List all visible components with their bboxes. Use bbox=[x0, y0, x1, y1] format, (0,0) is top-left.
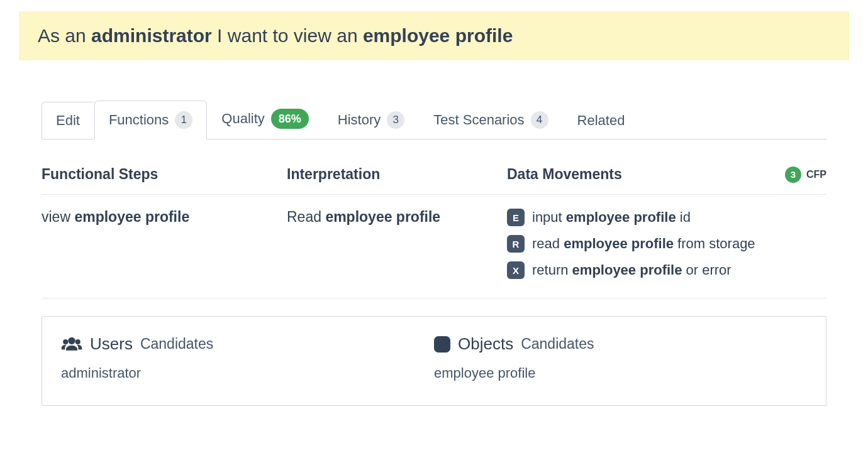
tab-quality-pct: 86% bbox=[271, 109, 309, 129]
tab-functions-label: Functions bbox=[109, 112, 169, 128]
tab-edit-label: Edit bbox=[56, 112, 80, 129]
candidates-panel: Users Candidates administrator Objects C… bbox=[42, 316, 826, 406]
tab-quality[interactable]: Quality 86% bbox=[207, 98, 323, 140]
story-pre: As an bbox=[38, 25, 91, 46]
function-row: view employee profile Read employee prof… bbox=[42, 195, 826, 298]
column-headers: Functional Steps Interpretation Data Mov… bbox=[42, 151, 826, 195]
tab-test-scenarios[interactable]: Test Scenarios 4 bbox=[419, 101, 562, 140]
tab-history-label: History bbox=[338, 112, 381, 128]
tab-history-count: 3 bbox=[387, 111, 404, 129]
story-object: employee profile bbox=[363, 25, 513, 46]
cfp-count: 3 bbox=[785, 167, 801, 183]
tab-related-label: Related bbox=[577, 112, 625, 129]
tab-history[interactable]: History 3 bbox=[323, 101, 419, 140]
objects-value: employee profile bbox=[434, 365, 807, 381]
svg-point-2 bbox=[75, 339, 81, 344]
movement-text: input employee profile id bbox=[532, 209, 691, 226]
story-mid: I want to view an bbox=[212, 25, 363, 46]
tab-functions[interactable]: Functions 1 bbox=[94, 101, 207, 140]
objects-heading: Objects Candidates bbox=[434, 334, 807, 354]
cell-data-movements: E input employee profile id R read emplo… bbox=[507, 209, 826, 279]
users-subtitle: Candidates bbox=[140, 336, 213, 353]
tab-quality-label: Quality bbox=[221, 111, 264, 127]
data-movements-list: E input employee profile id R read emplo… bbox=[507, 209, 826, 279]
users-title: Users bbox=[90, 334, 133, 354]
tab-bar: Edit Functions 1 Quality 86% History 3 T… bbox=[42, 98, 826, 140]
objects-subtitle: Candidates bbox=[521, 336, 594, 353]
data-movement-exit: X return employee profile or error bbox=[507, 261, 826, 279]
movement-text: read employee profile from storage bbox=[532, 236, 755, 252]
svg-point-1 bbox=[63, 339, 68, 344]
users-heading: Users Candidates bbox=[61, 334, 434, 354]
int-pre: Read bbox=[287, 209, 325, 225]
data-movement-entry: E input employee profile id bbox=[507, 209, 826, 226]
cell-functional-step: view employee profile bbox=[42, 209, 287, 226]
users-icon bbox=[61, 336, 82, 353]
cfp-label: CFP bbox=[806, 169, 826, 180]
tab-related[interactable]: Related bbox=[563, 102, 640, 140]
tab-test-scenarios-count: 4 bbox=[531, 111, 548, 129]
movement-text: return employee profile or error bbox=[532, 262, 732, 278]
svg-point-0 bbox=[68, 337, 75, 344]
story-role: administrator bbox=[91, 25, 212, 46]
tab-test-scenarios-label: Test Scenarios bbox=[433, 112, 524, 128]
users-value: administrator bbox=[61, 365, 434, 381]
objects-candidates: Objects Candidates employee profile bbox=[434, 334, 807, 381]
data-movement-read: R read employee profile from storage bbox=[507, 235, 826, 253]
story-banner: As an administrator I want to view an em… bbox=[19, 11, 849, 60]
object-icon bbox=[434, 336, 450, 353]
step-bold: employee profile bbox=[74, 209, 189, 225]
header-data-movements-wrap: Data Movements 3 CFP bbox=[507, 166, 826, 183]
movement-chip-r: R bbox=[507, 235, 525, 253]
cell-interpretation: Read employee profile bbox=[287, 209, 507, 226]
header-interpretation: Interpretation bbox=[287, 166, 507, 183]
header-data-movements: Data Movements bbox=[507, 166, 622, 183]
movement-chip-x: X bbox=[507, 261, 525, 279]
step-pre: view bbox=[42, 209, 74, 225]
cfp-indicator: 3 CFP bbox=[785, 167, 826, 183]
tab-edit[interactable]: Edit bbox=[42, 102, 94, 140]
movement-chip-e: E bbox=[507, 209, 525, 226]
users-candidates: Users Candidates administrator bbox=[61, 334, 434, 381]
int-bold: employee profile bbox=[325, 209, 440, 225]
tab-functions-count: 1 bbox=[175, 111, 192, 129]
story-text: As an administrator I want to view an em… bbox=[38, 25, 513, 46]
header-functional-steps: Functional Steps bbox=[42, 166, 287, 183]
objects-title: Objects bbox=[458, 334, 513, 354]
